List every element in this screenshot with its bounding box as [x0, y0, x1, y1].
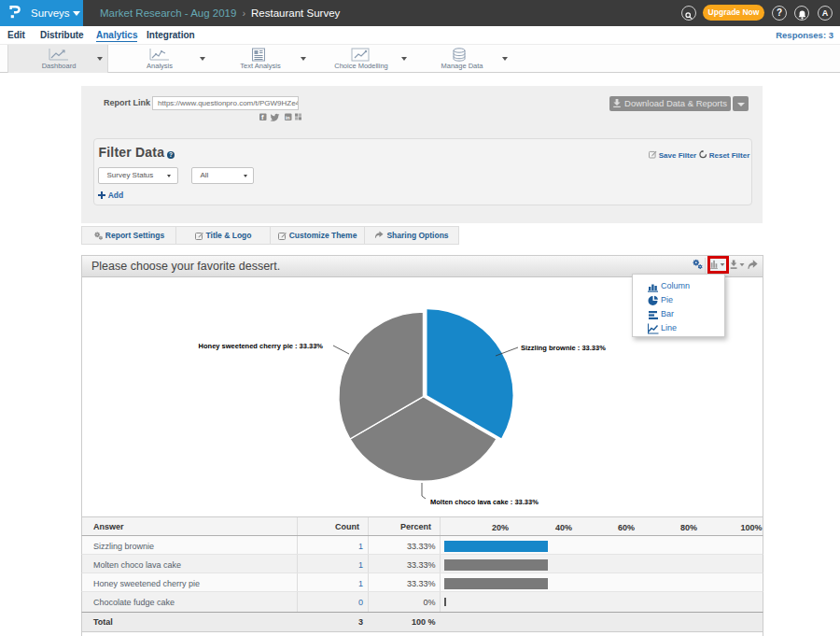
svg-text:in: in: [286, 115, 291, 120]
